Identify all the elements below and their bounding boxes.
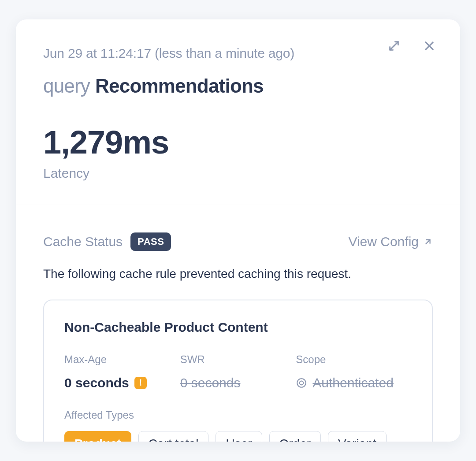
type-chip-variant[interactable]: Variant: [328, 431, 387, 442]
type-chip-cart-total[interactable]: Cart.total: [138, 431, 209, 442]
cache-status-badge: PASS: [130, 232, 171, 251]
arrow-up-right-icon: [423, 237, 433, 247]
rule-max-age: Max-Age 0 seconds !: [64, 353, 180, 390]
svg-point-0: [298, 379, 306, 387]
rule-swr-value: 0 seconds: [180, 375, 296, 390]
timestamp: Jun 29 at 11:24:17 (less than a minute a…: [43, 46, 433, 61]
rule-max-age-value-text: 0 seconds: [64, 375, 129, 390]
close-icon[interactable]: [422, 39, 436, 53]
cache-status-label: Cache Status: [43, 234, 123, 249]
rule-title: Non-Cacheable Product Content: [64, 320, 412, 335]
card-header: Jun 29 at 11:24:17 (less than a minute a…: [16, 19, 460, 205]
view-config-label: View Config: [348, 234, 419, 249]
warning-icon: !: [134, 377, 147, 389]
operation-type: query: [43, 75, 90, 97]
svg-point-1: [300, 381, 304, 385]
type-chip-user[interactable]: User: [216, 431, 262, 442]
rule-scope-label: Scope: [296, 353, 412, 366]
operation-title: query Recommendations: [43, 75, 433, 97]
detail-card: Jun 29 at 11:24:17 (less than a minute a…: [16, 19, 460, 442]
cache-status-left: Cache Status PASS: [43, 232, 171, 251]
rule-swr: SWR 0 seconds: [180, 353, 296, 390]
rule-max-age-value: 0 seconds !: [64, 375, 180, 390]
rule-scope-value: Authenticated: [296, 375, 412, 390]
cache-rule-card: Non-Cacheable Product Content Max-Age 0 …: [43, 300, 433, 442]
rule-max-age-label: Max-Age: [64, 353, 180, 366]
cache-status-row: Cache Status PASS View Config: [43, 232, 433, 251]
operation-name: Recommendations: [95, 75, 264, 97]
expand-icon[interactable]: [387, 39, 401, 53]
target-icon: [296, 377, 307, 389]
rule-swr-label: SWR: [180, 353, 296, 366]
latency-value: 1,279ms: [43, 125, 433, 160]
rule-properties: Max-Age 0 seconds ! SWR 0 seconds Scope: [64, 353, 412, 390]
header-actions: [387, 39, 436, 53]
latency-label: Latency: [43, 166, 433, 181]
type-chip-product[interactable]: Product: [64, 431, 131, 442]
rule-scope-value-text: Authenticated: [312, 375, 393, 390]
card-body: Cache Status PASS View Config The follow…: [16, 205, 460, 442]
type-chip-order[interactable]: Order: [269, 431, 321, 442]
cache-description: The following cache rule prevented cachi…: [43, 267, 433, 281]
affected-types-label: Affected Types: [64, 409, 412, 421]
rule-scope: Scope Authenticated: [296, 353, 412, 390]
affected-types-chips: ProductCart.totalUserOrderVariant: [64, 431, 412, 442]
view-config-link[interactable]: View Config: [348, 234, 433, 249]
